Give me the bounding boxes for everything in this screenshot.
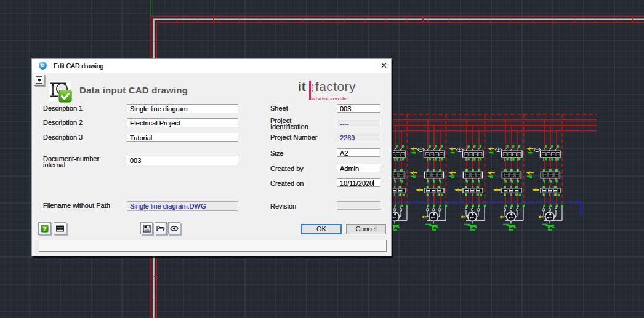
svg-text:?: ?	[43, 226, 47, 232]
